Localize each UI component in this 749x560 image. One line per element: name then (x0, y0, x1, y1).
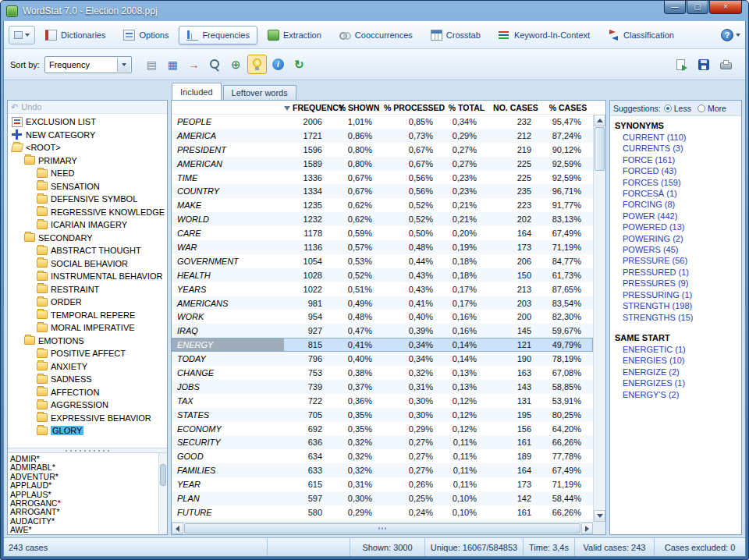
tree-item[interactable]: POSITIVE AFFECT (8, 347, 167, 360)
tree-item[interactable]: ORDER (8, 296, 167, 309)
column-header-frequency[interactable]: FREQUENCY (284, 103, 334, 112)
tree-item[interactable]: DEFENSIVE SYMBOL (8, 193, 167, 206)
tab-leftover-words[interactable]: Leftover words (223, 85, 296, 100)
tree-item[interactable]: AGGRESSION (8, 399, 167, 412)
table-row[interactable]: PRESIDENT 1596 0,80% 0,67% 0,27% 219 90,… (172, 143, 593, 157)
sort-by-select[interactable]: Frequency (44, 56, 132, 73)
word-list-item[interactable]: APPLAUD* (10, 481, 158, 490)
suggestion-item[interactable]: FORCESÂ (1) (615, 188, 741, 199)
tree-item[interactable]: SECONDARY (8, 232, 167, 245)
suggestion-item[interactable]: STRENGTH (198) (615, 300, 741, 311)
tab-cooccurrences[interactable]: Cooccurrences (332, 26, 421, 44)
view-menu-button[interactable] (9, 26, 35, 44)
export-list-button[interactable]: → (184, 55, 204, 74)
suggestion-item[interactable]: CURRENT (110) (615, 132, 741, 143)
undo-strip[interactable]: ↶ Undo (8, 101, 167, 114)
tree-item[interactable]: SENSATION (8, 180, 167, 193)
tree-item[interactable]: AFFECTION (8, 386, 167, 399)
tree-item[interactable]: ANXIETY (8, 360, 167, 374)
combo-caret[interactable] (117, 58, 130, 72)
column-header-processed[interactable]: % PROCESSED (384, 103, 445, 112)
table-row[interactable]: ECONOMY 692 0,35% 0,29% 0,12% 156 64,20% (172, 422, 593, 436)
suggestion-item[interactable]: STRENGTHS (15) (615, 312, 741, 323)
minimize-button[interactable]: — (664, 1, 686, 14)
table-row[interactable]: GOVERNMENT 1054 0,53% 0,44% 0,18% 206 84… (172, 254, 593, 268)
table-row[interactable]: TAX 722 0,36% 0,30% 0,12% 131 53,91% (172, 394, 593, 408)
suggestions-button[interactable] (247, 55, 267, 74)
help-button[interactable]: ? (721, 29, 740, 41)
tree-item[interactable]: PRIMARY (8, 154, 167, 168)
column-header-no-cases[interactable]: NO. CASES (488, 103, 543, 112)
tree-item[interactable]: EXCLUSION LIST (8, 115, 167, 129)
table-row[interactable]: FUTURE 580 0,29% 0,24% 0,10% 161 66,26% (172, 505, 593, 519)
table-row[interactable]: TIME 1336 0,67% 0,56% 0,23% 225 92,59% (172, 171, 593, 185)
suggestion-item[interactable]: POWERING (2) (615, 233, 741, 244)
suggestion-item[interactable]: POWERS (45) (615, 244, 741, 255)
panel-splitter[interactable] (8, 448, 167, 453)
horizontal-scrollbar[interactable] (172, 522, 593, 534)
tree-item[interactable]: NEED (8, 167, 167, 180)
table-row[interactable]: STATES 705 0,35% 0,30% 0,12% 195 80,25% (172, 408, 593, 422)
table-row[interactable]: IRAQ 927 0,47% 0,39% 0,16% 145 59,67% (172, 324, 593, 338)
search-button[interactable] (205, 55, 225, 74)
column-header-total[interactable]: % TOTAL (445, 103, 488, 112)
suggestions-radio-option[interactable]: More (698, 104, 726, 113)
close-button[interactable]: × (709, 1, 742, 14)
suggestion-item[interactable]: PRESSURING (1) (615, 289, 741, 300)
suggestion-item[interactable]: FORCED (43) (615, 165, 741, 176)
tree-item[interactable]: RESTRAINT (8, 283, 167, 296)
table-row[interactable]: AMERICA 1721 0,86% 0,73% 0,29% 212 87,24… (172, 129, 593, 143)
scroll-left-arrow[interactable] (172, 523, 183, 534)
tab-classification[interactable]: Classification (600, 26, 682, 44)
column-header-cases[interactable]: % CASES (543, 103, 593, 112)
tree-item[interactable]: SADNESS (8, 373, 167, 386)
table-row[interactable]: COUNTRY 1334 0,67% 0,56% 0,23% 235 96,71… (172, 184, 593, 198)
suggestion-item[interactable]: POWERED (13) (615, 222, 741, 232)
suggestion-item[interactable]: PRESSURES (9) (615, 278, 741, 289)
table-row[interactable]: JOBS 739 0,37% 0,31% 0,13% 143 58,85% (172, 380, 593, 394)
scrollbar-thumb[interactable] (595, 127, 605, 171)
tree-item[interactable]: MORAL IMPERATIVE (8, 321, 167, 335)
suggestion-item[interactable]: ENERGY'S (2) (615, 389, 741, 400)
export-button[interactable] (671, 55, 690, 74)
suggestions-radio-option[interactable]: Less (664, 104, 691, 113)
tree-item[interactable]: NEW CATEGORY (8, 129, 167, 142)
suggestion-item[interactable]: ENERGIZE (2) (615, 367, 741, 377)
word-list-scrollbar[interactable] (158, 453, 167, 534)
radio-icon[interactable] (664, 105, 672, 112)
tree-item[interactable]: INSTRUMENTAL BEHAVIOR (8, 270, 167, 283)
print-button[interactable] (716, 55, 736, 74)
table-row[interactable]: ENERGY 815 0,41% 0,34% 0,14% 121 49,79% (172, 338, 593, 352)
table-row[interactable]: AMERICANS 981 0,49% 0,41% 0,17% 203 83,5… (172, 296, 593, 310)
table-row[interactable]: MAKE 1235 0,62% 0,52% 0,21% 223 91,77% (172, 198, 593, 212)
scrollbar-thumb[interactable] (160, 464, 166, 486)
column-header-shown[interactable]: % SHOWN (334, 103, 384, 112)
chart-button[interactable]: ▦ (163, 55, 183, 74)
tree-item[interactable]: REGRESSIVE KNOWLEDGE (8, 206, 167, 219)
tab-frequencies[interactable]: Frequencies (179, 26, 257, 44)
scroll-right-arrow[interactable] (581, 523, 593, 534)
radio-icon[interactable] (698, 105, 705, 112)
table-row[interactable]: FAMILIES 633 0,32% 0,27% 0,11% 164 67,49… (172, 463, 593, 477)
word-list-item[interactable]: AWE* (10, 526, 158, 534)
table-row[interactable]: HEALTH 1028 0,52% 0,43% 0,18% 150 61,73% (172, 268, 593, 282)
table-row[interactable]: TODAY 796 0,40% 0,34% 0,14% 190 78,19% (172, 352, 593, 366)
suggestion-item[interactable]: POWER (442) (615, 211, 741, 222)
tree-item[interactable]: EXPRESSIVE BEHAVIOR (8, 412, 167, 425)
vertical-scrollbar[interactable] (593, 115, 605, 522)
tree-item[interactable]: <ROOT> (8, 141, 167, 154)
refresh-button[interactable]: ↻ (289, 55, 309, 74)
suggestion-item[interactable]: PRESSURED (1) (615, 267, 741, 278)
table-row[interactable]: WORLD 1232 0,62% 0,52% 0,21% 202 83,13% (172, 212, 593, 226)
table-row[interactable]: WORK 954 0,48% 0,40% 0,16% 200 82,30% (172, 310, 593, 324)
table-row[interactable]: SECURITY 636 0,32% 0,27% 0,11% 161 66,26… (172, 435, 593, 449)
word-list-item[interactable]: AUDACITY* (10, 517, 158, 526)
suggestion-item[interactable]: CURRENTS (3) (615, 143, 741, 154)
tree-item[interactable]: ICARIAN IMAGERY (8, 218, 167, 232)
tab-dictionaries[interactable]: Dictionaries (37, 26, 113, 44)
tab-keyword-in-context[interactable]: Keyword-In-Context (491, 26, 598, 44)
suggestion-item[interactable]: FORCING (8) (615, 199, 741, 210)
titlebar[interactable]: WordStat 7.0 - Election 2008.ppj — ▢ × (3, 1, 746, 21)
tree-item[interactable]: ABSTRACT THOUGHT (8, 244, 167, 257)
table-row[interactable]: CARE 1178 0,59% 0,50% 0,20% 164 67,49% (172, 226, 593, 240)
